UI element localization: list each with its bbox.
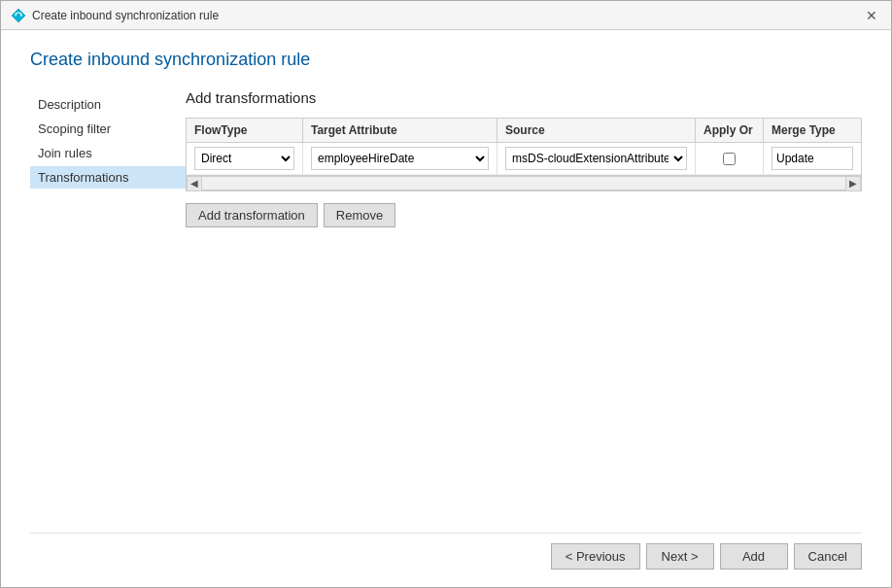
remove-button[interactable]: Remove [324, 203, 395, 227]
flow-type-select[interactable]: Direct Constant Expression [194, 147, 294, 170]
col-merge-type: Merge Type [764, 119, 861, 142]
transformation-buttons: Add transformation Remove [186, 203, 862, 227]
sidebar-item-scoping-filter[interactable]: Scoping filter [30, 118, 186, 140]
footer: < Previous Next > Add Cancel [30, 533, 862, 577]
right-panel: Add transformations FlowType Target Attr… [186, 89, 862, 533]
main-area: Description Scoping filter Join rules Tr… [30, 89, 862, 533]
horizontal-scrollbar: ◀ ▶ [187, 175, 861, 190]
main-window: Create inbound synchronization rule ✕ Cr… [0, 0, 892, 588]
cell-apply-once [696, 143, 764, 174]
content-area: Create inbound synchronization rule Desc… [1, 30, 891, 587]
previous-button[interactable]: < Previous [551, 543, 640, 570]
col-apply-once: Apply Or [696, 119, 764, 142]
add-button[interactable]: Add [720, 543, 788, 570]
title-bar-text: Create inbound synchronization rule [32, 9, 219, 22]
scroll-left-button[interactable]: ◀ [187, 176, 202, 191]
transformations-table: FlowType Target Attribute Source Apply O… [186, 118, 862, 191]
cell-merge-type [764, 143, 861, 174]
cell-flow-type: Direct Constant Expression [187, 143, 303, 174]
apply-once-checkbox[interactable] [723, 153, 736, 165]
sidebar-item-transformations[interactable]: Transformations [30, 166, 186, 189]
cell-source: msDS-cloudExtensionAttribute1 [497, 143, 696, 174]
next-button[interactable]: Next > [646, 543, 714, 570]
source-select[interactable]: msDS-cloudExtensionAttribute1 [505, 147, 687, 170]
cancel-button[interactable]: Cancel [794, 543, 862, 570]
sidebar-item-join-rules[interactable]: Join rules [30, 142, 186, 164]
merge-type-input[interactable] [772, 147, 853, 170]
col-flow-type: FlowType [187, 119, 303, 142]
scroll-track[interactable] [202, 176, 845, 190]
page-title: Create inbound synchronization rule [30, 50, 862, 70]
table-row: Direct Constant Expression employeeHireD… [187, 143, 861, 175]
table-header: FlowType Target Attribute Source Apply O… [187, 119, 861, 143]
svg-marker-0 [12, 9, 25, 22]
col-source: Source [497, 119, 696, 142]
col-target-attribute: Target Attribute [303, 119, 497, 142]
app-icon [11, 8, 26, 23]
title-bar-left: Create inbound synchronization rule [11, 8, 219, 23]
title-bar: Create inbound synchronization rule ✕ [1, 1, 891, 30]
section-title: Add transformations [186, 89, 862, 106]
add-transformation-button[interactable]: Add transformation [186, 203, 318, 227]
close-button[interactable]: ✕ [862, 9, 881, 22]
sidebar-item-description[interactable]: Description [30, 93, 186, 116]
sidebar: Description Scoping filter Join rules Tr… [30, 89, 186, 533]
scroll-right-button[interactable]: ▶ [845, 176, 861, 191]
target-attribute-select[interactable]: employeeHireDate [311, 147, 489, 170]
cell-target-attribute: employeeHireDate [303, 143, 497, 174]
